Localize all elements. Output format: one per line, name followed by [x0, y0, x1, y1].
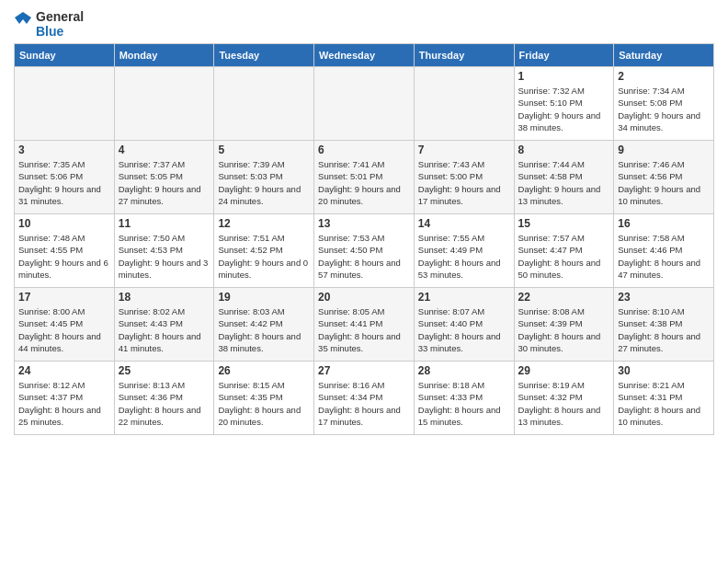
calendar-cell-5-6: 29Sunrise: 8:19 AM Sunset: 4:32 PM Dayli… — [514, 362, 614, 435]
day-info: Sunrise: 8:15 AM Sunset: 4:35 PM Dayligh… — [218, 379, 310, 428]
calendar-cell-3-6: 15Sunrise: 7:57 AM Sunset: 4:47 PM Dayli… — [514, 214, 614, 288]
calendar-cell-1-2 — [114, 67, 214, 141]
weekday-header-friday: Friday — [514, 44, 614, 67]
calendar-table: SundayMondayTuesdayWednesdayThursdayFrid… — [14, 43, 714, 435]
day-number: 2 — [618, 70, 710, 83]
day-info: Sunrise: 8:07 AM Sunset: 4:40 PM Dayligh… — [418, 305, 510, 354]
day-info: Sunrise: 7:58 AM Sunset: 4:46 PM Dayligh… — [618, 232, 710, 281]
week-row-2: 3Sunrise: 7:35 AM Sunset: 5:06 PM Daylig… — [15, 141, 714, 214]
calendar-cell-4-3: 19Sunrise: 8:03 AM Sunset: 4:42 PM Dayli… — [214, 288, 314, 362]
day-number: 1 — [518, 70, 610, 83]
day-number: 22 — [518, 291, 610, 304]
day-info: Sunrise: 7:48 AM Sunset: 4:55 PM Dayligh… — [18, 232, 110, 281]
calendar-cell-5-7: 30Sunrise: 8:21 AM Sunset: 4:31 PM Dayli… — [614, 362, 714, 435]
day-number: 6 — [318, 144, 410, 156]
day-number: 28 — [418, 364, 510, 377]
day-number: 9 — [618, 144, 710, 156]
day-number: 20 — [318, 291, 410, 304]
calendar-cell-4-4: 20Sunrise: 8:05 AM Sunset: 4:41 PM Dayli… — [314, 288, 415, 362]
day-info: Sunrise: 7:35 AM Sunset: 5:06 PM Dayligh… — [18, 158, 110, 207]
week-row-3: 10Sunrise: 7:48 AM Sunset: 4:55 PM Dayli… — [15, 214, 714, 288]
calendar-cell-5-2: 25Sunrise: 8:13 AM Sunset: 4:36 PM Dayli… — [114, 362, 214, 435]
day-info: Sunrise: 7:37 AM Sunset: 5:05 PM Dayligh… — [119, 158, 210, 207]
calendar-cell-2-6: 8Sunrise: 7:44 AM Sunset: 4:58 PM Daylig… — [514, 141, 614, 214]
day-info: Sunrise: 7:32 AM Sunset: 5:10 PM Dayligh… — [518, 85, 610, 133]
day-info: Sunrise: 7:51 AM Sunset: 4:52 PM Dayligh… — [218, 232, 310, 281]
calendar-cell-5-3: 26Sunrise: 8:15 AM Sunset: 4:35 PM Dayli… — [214, 362, 314, 435]
weekday-header-monday: Monday — [114, 44, 214, 67]
day-info: Sunrise: 7:41 AM Sunset: 5:01 PM Dayligh… — [318, 158, 410, 207]
weekday-header-wednesday: Wednesday — [314, 44, 415, 67]
calendar-cell-2-3: 5Sunrise: 7:39 AM Sunset: 5:03 PM Daylig… — [214, 141, 314, 214]
day-info: Sunrise: 8:02 AM Sunset: 4:43 PM Dayligh… — [119, 305, 210, 354]
calendar-cell-4-2: 18Sunrise: 8:02 AM Sunset: 4:43 PM Dayli… — [114, 288, 214, 362]
weekday-header-row: SundayMondayTuesdayWednesdayThursdayFrid… — [15, 44, 714, 67]
day-info: Sunrise: 7:50 AM Sunset: 4:53 PM Dayligh… — [119, 232, 210, 281]
calendar-cell-5-5: 28Sunrise: 8:18 AM Sunset: 4:33 PM Dayli… — [414, 362, 514, 435]
calendar-cell-3-4: 13Sunrise: 7:53 AM Sunset: 4:50 PM Dayli… — [314, 214, 415, 288]
day-number: 24 — [18, 364, 110, 377]
day-number: 8 — [518, 144, 610, 156]
day-info: Sunrise: 8:18 AM Sunset: 4:33 PM Dayligh… — [418, 379, 510, 428]
day-info: Sunrise: 8:00 AM Sunset: 4:45 PM Dayligh… — [18, 305, 110, 354]
weekday-header-thursday: Thursday — [414, 44, 514, 67]
day-number: 29 — [518, 364, 610, 377]
day-info: Sunrise: 8:16 AM Sunset: 4:34 PM Dayligh… — [318, 379, 410, 428]
day-number: 12 — [218, 217, 310, 230]
logo-container: General Blue — [14, 9, 84, 39]
calendar-cell-4-7: 23Sunrise: 8:10 AM Sunset: 4:38 PM Dayli… — [614, 288, 714, 362]
weekday-header-tuesday: Tuesday — [214, 44, 314, 67]
day-info: Sunrise: 7:44 AM Sunset: 4:58 PM Dayligh… — [518, 158, 610, 207]
calendar-cell-1-5 — [414, 67, 514, 141]
calendar-cell-4-5: 21Sunrise: 8:07 AM Sunset: 4:40 PM Dayli… — [414, 288, 514, 362]
calendar-cell-5-1: 24Sunrise: 8:12 AM Sunset: 4:37 PM Dayli… — [15, 362, 115, 435]
day-number: 15 — [518, 217, 610, 230]
calendar-cell-2-1: 3Sunrise: 7:35 AM Sunset: 5:06 PM Daylig… — [15, 141, 115, 214]
calendar-cell-2-7: 9Sunrise: 7:46 AM Sunset: 4:56 PM Daylig… — [614, 141, 714, 214]
day-number: 14 — [418, 217, 510, 230]
day-number: 11 — [119, 217, 210, 230]
calendar-cell-2-4: 6Sunrise: 7:41 AM Sunset: 5:01 PM Daylig… — [314, 141, 415, 214]
day-info: Sunrise: 7:43 AM Sunset: 5:00 PM Dayligh… — [418, 158, 510, 207]
day-number: 19 — [218, 291, 310, 304]
day-number: 16 — [618, 217, 710, 230]
day-number: 25 — [119, 364, 210, 377]
calendar-cell-4-1: 17Sunrise: 8:00 AM Sunset: 4:45 PM Dayli… — [15, 288, 115, 362]
day-info: Sunrise: 8:03 AM Sunset: 4:42 PM Dayligh… — [218, 305, 310, 354]
day-number: 18 — [119, 291, 210, 304]
header: General Blue — [14, 9, 714, 39]
day-number: 4 — [119, 144, 210, 156]
weekday-header-saturday: Saturday — [614, 44, 714, 67]
calendar-cell-3-2: 11Sunrise: 7:50 AM Sunset: 4:53 PM Dayli… — [114, 214, 214, 288]
logo-blue: Blue — [36, 24, 84, 39]
logo-bird-icon — [14, 10, 32, 38]
logo-general: General — [36, 9, 84, 24]
calendar-cell-1-1 — [15, 67, 115, 141]
day-info: Sunrise: 7:39 AM Sunset: 5:03 PM Dayligh… — [218, 158, 310, 207]
calendar-cell-3-7: 16Sunrise: 7:58 AM Sunset: 4:46 PM Dayli… — [614, 214, 714, 288]
weekday-header-sunday: Sunday — [15, 44, 115, 67]
day-number: 26 — [218, 364, 310, 377]
calendar-cell-3-5: 14Sunrise: 7:55 AM Sunset: 4:49 PM Dayli… — [414, 214, 514, 288]
day-info: Sunrise: 7:53 AM Sunset: 4:50 PM Dayligh… — [318, 232, 410, 281]
calendar-cell-1-7: 2Sunrise: 7:34 AM Sunset: 5:08 PM Daylig… — [614, 67, 714, 141]
day-info: Sunrise: 8:19 AM Sunset: 4:32 PM Dayligh… — [518, 379, 610, 428]
calendar-cell-2-5: 7Sunrise: 7:43 AM Sunset: 5:00 PM Daylig… — [414, 141, 514, 214]
svg-marker-0 — [15, 12, 31, 24]
day-number: 17 — [18, 291, 110, 304]
day-info: Sunrise: 7:46 AM Sunset: 4:56 PM Dayligh… — [618, 158, 710, 207]
calendar-cell-2-2: 4Sunrise: 7:37 AM Sunset: 5:05 PM Daylig… — [114, 141, 214, 214]
calendar-cell-4-6: 22Sunrise: 8:08 AM Sunset: 4:39 PM Dayli… — [514, 288, 614, 362]
day-number: 5 — [218, 144, 310, 156]
day-number: 30 — [618, 364, 710, 377]
day-number: 3 — [18, 144, 110, 156]
day-number: 7 — [418, 144, 510, 156]
week-row-1: 1Sunrise: 7:32 AM Sunset: 5:10 PM Daylig… — [15, 67, 714, 141]
day-info: Sunrise: 8:13 AM Sunset: 4:36 PM Dayligh… — [119, 379, 210, 428]
calendar-cell-5-4: 27Sunrise: 8:16 AM Sunset: 4:34 PM Dayli… — [314, 362, 415, 435]
day-number: 10 — [18, 217, 110, 230]
day-info: Sunrise: 7:34 AM Sunset: 5:08 PM Dayligh… — [618, 85, 710, 133]
day-info: Sunrise: 8:08 AM Sunset: 4:39 PM Dayligh… — [518, 305, 610, 354]
calendar-cell-1-6: 1Sunrise: 7:32 AM Sunset: 5:10 PM Daylig… — [514, 67, 614, 141]
calendar-cell-1-3 — [214, 67, 314, 141]
